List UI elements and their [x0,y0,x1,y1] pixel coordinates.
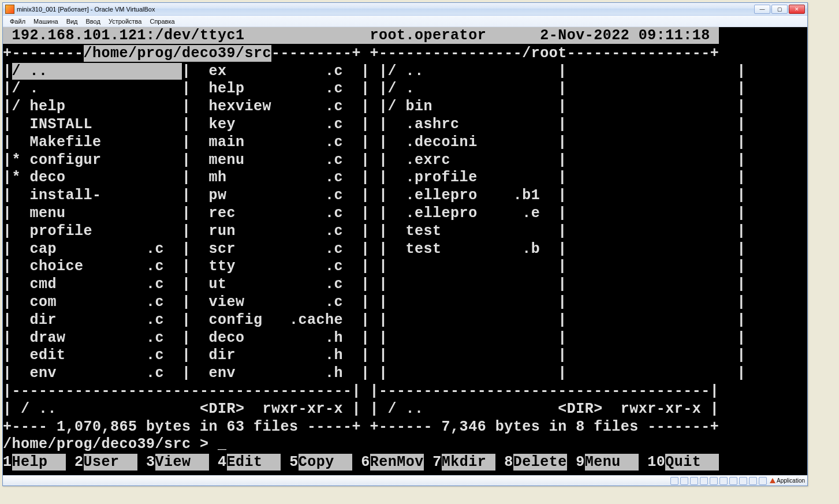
fkey-view[interactable]: View [155,454,209,471]
file-row[interactable]: | INSTALL | key .c | | .ashrc | | [3,116,746,133]
menu-devices[interactable]: Устройства [105,17,146,25]
vm-window: minix310_001 [Работает] - Oracle VM Virt… [2,2,808,486]
file-row[interactable]: |/ help | hexview .c | |/ bin | | [3,98,746,115]
sb-icon-6[interactable] [719,477,728,485]
fkey-delete[interactable]: Delete [513,454,567,471]
sb-icon-5[interactable] [710,477,718,485]
fkey-mkdir[interactable]: Mkdir [442,454,495,471]
sb-icon-3[interactable] [690,477,698,485]
maximize-button[interactable]: ▢ [771,5,788,14]
sb-icon-4[interactable] [700,477,708,485]
file-row[interactable]: | choice .c | tty .c | | | | [3,258,746,275]
close-button[interactable]: ✕ [789,5,805,14]
sb-icon-10[interactable] [759,477,767,485]
triangle-icon [770,478,775,483]
fkey-help[interactable]: Help [12,454,66,471]
header-line: 192.168.101.121:/dev/ttyc1 root.operator… [3,27,719,44]
menubar: Файл Машина Вид Ввод Устройства Справка [3,16,807,27]
file-row[interactable]: | dir .c | config .cache | | | | [3,312,746,328]
fkey-edit[interactable]: Edit [227,454,281,471]
file-row[interactable]: |/ .. | ex .c | |/ .. | | [3,63,746,80]
window-controls: — ▢ ✕ [754,5,805,14]
menu-help[interactable]: Справка [146,17,178,25]
fkey-menu[interactable]: Menu [585,454,639,471]
file-row[interactable]: |* configur | menu .c | | .exrc | | [3,152,746,169]
sb-icon-1[interactable] [670,477,678,485]
app-icon [5,5,14,14]
file-row[interactable]: | env .c | env .h | | | | [3,365,746,382]
fkey-renmov[interactable]: RenMov [370,454,424,471]
panel-status: | / .. <DIR> rwxr-xr-x | | / .. <DIR> rw… [3,401,719,417]
sb-app-label: Application [777,477,805,484]
vm-statusbar: Application [3,475,807,486]
file-row[interactable]: | install- | pw .c | | .ellepro .b1 | | [3,187,746,204]
menu-view[interactable]: Вид [63,17,81,25]
file-row[interactable]: | edit .c | dir .h | | | | [3,347,746,364]
file-row[interactable]: | cap .c | scr .c | | test .b | | [3,241,746,257]
terminal[interactable]: 192.168.101.121:/dev/ttyc1 root.operator… [3,27,807,475]
file-row[interactable]: |/ . | help .c | |/ . | | [3,80,746,97]
sb-icon-9[interactable] [749,477,757,485]
menu-file[interactable]: Файл [6,17,29,25]
panel-border-top: +--------/home/prog/deco39/src---------+… [3,45,719,62]
sb-icon-2[interactable] [680,477,688,485]
panel-separator: |--------------------------------------|… [3,383,719,400]
sb-icon-7[interactable] [729,477,737,485]
file-row[interactable]: | Makefile | main .c | | .decoini | | [3,134,746,151]
file-row[interactable]: | com .c | view .c | | | | [3,294,746,311]
titlebar[interactable]: minix310_001 [Работает] - Oracle VM Virt… [3,3,807,16]
window-title: minix310_001 [Работает] - Oracle VM Virt… [17,6,754,13]
menu-machine[interactable]: Машина [30,17,62,25]
panel-footer: +---- 1,070,865 bytes in 63 files -----+… [3,419,719,435]
sb-app-indicator[interactable]: Application [770,477,805,484]
file-row[interactable]: | draw .c | deco .h | | | | [3,330,746,346]
sb-icon-8[interactable] [739,477,747,485]
fkey-copy[interactable]: Copy [299,454,352,471]
minimize-button[interactable]: — [754,5,770,14]
file-row[interactable]: | cmd .c | ut .c | | | | [3,276,746,293]
fkey-quit[interactable]: Quit [665,454,719,471]
prompt-line[interactable]: /home/prog/deco39/src > _ [3,436,719,453]
fkeys-line: 1Help 2User 3View 4Edit 5Copy 6RenMov 7M… [3,454,728,471]
fkey-user[interactable]: User [84,454,137,471]
menu-input[interactable]: Ввод [83,17,104,25]
file-row[interactable]: |* deco | mh .c | | .profile | | [3,169,746,186]
file-row[interactable]: | profile | run .c | | test | | [3,223,746,240]
file-row[interactable]: | menu | rec .c | | .ellepro .e | | [3,205,746,222]
